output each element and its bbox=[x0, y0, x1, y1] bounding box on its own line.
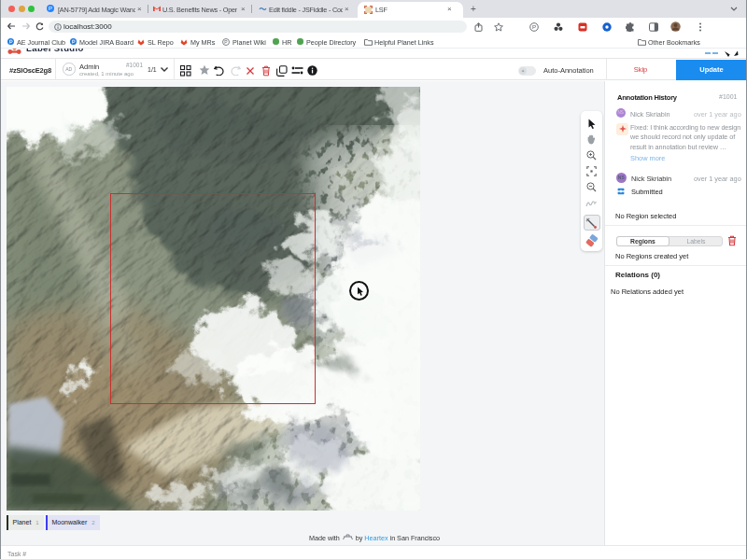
svg-text:P: P bbox=[49, 6, 52, 11]
svg-text:P: P bbox=[224, 39, 228, 45]
svg-text:P: P bbox=[532, 23, 536, 30]
